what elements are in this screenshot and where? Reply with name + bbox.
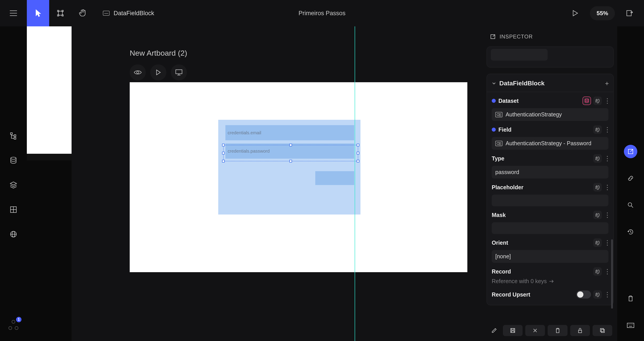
artboard-play-button[interactable] — [150, 64, 166, 80]
submit-button-block[interactable] — [315, 171, 354, 185]
zoom-level[interactable]: 55% — [590, 6, 615, 20]
menu-button[interactable] — [0, 0, 27, 26]
placeholder-more-button[interactable]: ⋮ — [604, 186, 608, 188]
entity-icon — [495, 141, 502, 146]
type-fx-button[interactable]: f() — [593, 154, 602, 163]
placeholder-fx-button[interactable]: f() — [593, 183, 602, 192]
orient-fx-button[interactable]: f() — [593, 238, 602, 247]
artboard-surface[interactable]: credentials.email credentials.password — [130, 82, 467, 272]
trash-tab-button[interactable] — [624, 292, 637, 305]
export-button[interactable] — [624, 7, 635, 19]
prop-placeholder: Placeholder f() ⋮ — [487, 179, 613, 206]
orient-value[interactable]: [none] — [492, 250, 608, 263]
component-title-row[interactable]: DataFieldBlock — [487, 74, 613, 92]
tree-icon — [10, 132, 17, 140]
svg-point-19 — [137, 71, 139, 73]
svg-rect-9 — [10, 133, 12, 134]
artboard-title[interactable]: New Artboard (2) — [130, 49, 187, 57]
form-container[interactable]: credentials.email credentials.password — [218, 120, 360, 215]
artboard-visibility-button[interactable] — [130, 64, 146, 80]
bound-indicator-icon — [492, 128, 496, 132]
search-icon — [627, 202, 634, 209]
mask-value[interactable] — [492, 222, 608, 234]
hand-icon — [79, 9, 86, 17]
tree-panel-button[interactable] — [9, 131, 18, 140]
properties-scroll-area[interactable]: Dataset f() ⋮ AuthenticationStrategy — [487, 92, 613, 301]
record-reference-hint[interactable]: Reference with 0 keys — [487, 276, 613, 286]
inspector-header: INSPECTOR — [486, 28, 614, 46]
scrollbar-thumb[interactable] — [611, 239, 613, 309]
add-property-button[interactable]: + — [605, 80, 609, 87]
globe-panel-button[interactable] — [9, 230, 18, 239]
prop-field-label: Field — [498, 126, 512, 133]
trash-icon — [628, 295, 634, 302]
field-more-button[interactable]: ⋮ — [604, 128, 608, 131]
history-tab-button[interactable] — [624, 225, 637, 239]
prop-record-upsert-label: Record Upsert — [492, 291, 530, 298]
hand-tool-button[interactable] — [72, 0, 94, 26]
document-title[interactable]: Primeiros Passos — [298, 10, 346, 17]
prop-record: Record f() ⋮ — [487, 263, 613, 276]
password-field[interactable]: credentials.password — [226, 143, 354, 159]
layers-icon — [10, 181, 18, 189]
keyboard-tab-button[interactable] — [624, 319, 637, 332]
inspector-stub-field[interactable] — [491, 49, 548, 60]
arrow-right-icon — [549, 279, 554, 283]
collaborators-button[interactable]: 1 — [8, 320, 18, 330]
data-panel-button[interactable] — [9, 156, 18, 165]
preview-button[interactable] — [570, 7, 581, 19]
record-upsert-more-button[interactable]: ⋮ — [604, 293, 608, 296]
prop-placeholder-label: Placeholder — [492, 184, 524, 191]
database-icon — [584, 98, 589, 103]
svg-rect-10 — [14, 135, 16, 137]
copy-action-button[interactable] — [592, 325, 612, 336]
record-upsert-toggle[interactable] — [576, 291, 591, 299]
cursor-icon — [35, 9, 41, 17]
frame-tool-button[interactable] — [49, 0, 72, 26]
hamburger-icon — [10, 10, 18, 16]
record-fx-button[interactable]: f() — [593, 267, 602, 276]
dataset-fx-button[interactable]: f() — [593, 96, 602, 105]
page-thumbnail[interactable] — [27, 26, 72, 154]
left-rail-bottom: 1 — [0, 320, 27, 330]
alignment-guide — [355, 26, 355, 341]
save-icon — [510, 328, 516, 334]
artboard-desktop-button[interactable] — [171, 64, 187, 80]
prop-orient: Orient f() ⋮ [none] — [487, 234, 613, 263]
prop-dataset-label: Dataset — [498, 98, 518, 104]
svg-rect-8 — [627, 10, 631, 16]
components-panel-button[interactable] — [9, 205, 18, 214]
record-upsert-fx-button[interactable]: f() — [593, 290, 602, 299]
record-more-button[interactable]: ⋮ — [604, 270, 608, 273]
mask-fx-button[interactable]: f() — [593, 211, 602, 219]
inspector-tab-button[interactable] — [624, 145, 637, 158]
dataset-value[interactable]: AuthenticationStrategy — [492, 108, 608, 121]
type-more-button[interactable]: ⋮ — [604, 157, 608, 160]
mask-more-button[interactable]: ⋮ — [604, 214, 608, 216]
email-field[interactable]: credentials.email — [226, 125, 354, 140]
field-value[interactable]: AuthenticationStrategy - Password — [492, 137, 608, 150]
prop-type-label: Type — [492, 155, 504, 162]
search-tab-button[interactable] — [624, 198, 637, 212]
lock-action-button[interactable] — [570, 325, 590, 336]
orient-more-button[interactable]: ⋮ — [604, 242, 608, 244]
field-fx-button[interactable]: f() — [593, 125, 602, 134]
dataset-more-button[interactable]: ⋮ — [604, 100, 608, 102]
breadcrumb-component-name[interactable]: DataFieldBlock — [114, 10, 154, 17]
close-action-button[interactable] — [525, 325, 545, 336]
delete-action-button[interactable] — [548, 325, 567, 336]
prop-record-label: Record — [492, 268, 511, 275]
dataset-source-button[interactable] — [582, 96, 591, 105]
email-field-placeholder: credentials.email — [228, 130, 261, 135]
type-value[interactable]: password — [492, 166, 608, 179]
link-tab-button[interactable] — [624, 172, 637, 185]
close-icon — [533, 328, 538, 333]
save-action-button[interactable] — [503, 325, 522, 336]
layers-panel-button[interactable] — [9, 181, 18, 190]
prop-type: Type f() ⋮ password — [487, 150, 613, 179]
placeholder-value[interactable] — [492, 195, 608, 206]
prop-mask: Mask f() ⋮ — [487, 206, 613, 234]
canvas[interactable]: New Artboard (2) credentials.email crede… — [72, 26, 483, 341]
edit-action-button[interactable] — [488, 325, 500, 336]
select-tool-button[interactable] — [27, 0, 49, 26]
